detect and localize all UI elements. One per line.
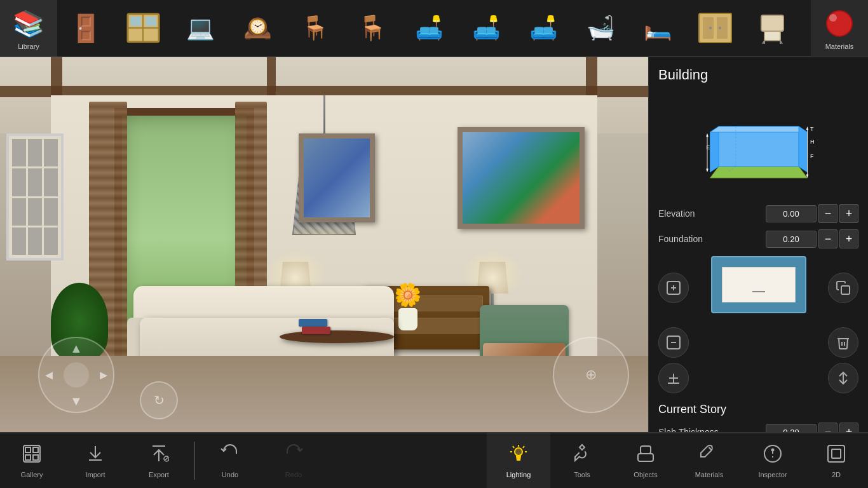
foundation-value[interactable]: 0.20 [766,231,817,248]
undo-button[interactable]: Undo [198,433,262,488]
copy-button[interactable] [828,273,858,303]
nav-left-arrow[interactable]: ◄ [43,368,55,383]
chair-white-icon [753,11,791,46]
elevation-value[interactable]: 0.00 [766,205,817,222]
inspector-button[interactable]: Inspector [741,433,804,488]
clock-icon: 🕰️ [238,11,276,46]
artwork-left [299,133,375,222]
redo-button[interactable]: Redo [262,433,325,488]
svg-rect-75 [641,446,651,454]
svg-rect-76 [638,454,653,461]
floor-plan-door [752,291,765,292]
elevation-minus-button[interactable]: − [818,204,837,223]
delete-button[interactable] [828,327,858,358]
objects-button[interactable]: Objects [614,433,677,488]
rotate-control[interactable]: ↻ [140,381,178,419]
book-red [302,327,330,334]
sofa-yellow-icon: 🛋️ [524,11,562,46]
separator-1 [194,442,195,480]
armchair-yellow-icon: 🪑 [353,11,391,46]
action-buttons-row2 [658,327,858,358]
2d-icon [826,444,846,468]
decor-cell [12,227,26,255]
decor-cell [12,198,26,226]
top-item-bed[interactable]: 🛏️ [629,0,686,57]
top-item-window[interactable] [114,0,172,57]
top-item-sofa-yellow[interactable]: 🛋️ [515,0,572,57]
foundation-label: Foundation [658,234,766,244]
action-buttons-row [658,256,858,320]
svg-rect-11 [764,31,780,41]
sofa-pink-icon: 🛋️ [410,11,448,46]
viewport[interactable]: 🌼 [0,57,648,432]
svg-line-71 [513,446,514,448]
floor-plan-preview[interactable] [711,256,806,313]
svg-rect-55 [841,286,850,294]
top-item-bathtub[interactable]: 🛁 [572,0,629,57]
2d-label: 2D [832,471,841,478]
svg-marker-50 [706,133,709,137]
computer-icon: 💻 [181,11,219,46]
floor-plan-container [702,256,816,320]
top-item-clock[interactable]: 🕰️ [229,0,286,57]
export-button[interactable]: Export [127,433,191,488]
objects-icon [635,444,656,468]
svg-rect-84 [832,449,841,458]
add-story-button[interactable] [658,273,689,303]
cabinet-icon [696,11,734,46]
lighting-label: Lighting [506,471,531,478]
zoom-control[interactable]: ⊕ [553,337,629,413]
svg-marker-37 [710,126,719,172]
top-item-armchair-yellow[interactable]: 🪑 [343,0,400,57]
nav-joystick[interactable]: ▲ ▼ ◄ ► [38,337,114,413]
nav-up-arrow[interactable]: ▲ [70,341,83,356]
svg-marker-47 [806,126,808,130]
top-item-computer[interactable]: 💻 [172,0,229,57]
svg-rect-3 [130,17,141,26]
svg-rect-62 [25,447,31,452]
vase [398,308,417,330]
mirror-button[interactable] [828,363,858,393]
top-item-chair-red[interactable]: 🪑 [286,0,343,57]
gallery-button[interactable]: Gallery [0,433,64,488]
tools-button[interactable]: Tools [550,433,614,488]
svg-point-17 [829,14,837,22]
tools-label: Tools [574,471,590,478]
top-item-sofa-beige[interactable]: 🛋️ [458,0,515,57]
elevation-plus-button[interactable]: + [839,204,858,223]
lighting-icon [508,444,529,468]
table-top [280,330,394,343]
top-item-cabinet[interactable] [686,0,743,57]
wall-decoration [6,133,64,261]
top-item-door[interactable]: 🚪 [57,0,114,57]
svg-rect-63 [33,447,38,452]
elevation-row: Elevation 0.00 − + [658,204,858,223]
decor-cell [44,139,58,166]
foundation-minus-button[interactable]: − [818,229,837,248]
decor-cell [44,198,58,226]
top-item-library[interactable]: 📚 Library [0,0,57,57]
materials-bottom-button[interactable]: Materials [677,433,741,488]
inspector-icon [763,444,783,468]
top-item-sofa-pink[interactable]: 🛋️ [400,0,458,57]
foundation-row: Foundation 0.20 − + [658,229,858,248]
top-item-chair-white[interactable] [743,0,801,57]
nav-center-button[interactable] [64,362,89,388]
decor-cell [28,168,42,196]
2d-button[interactable]: 2D [804,433,868,488]
decor-cell [28,139,42,166]
nav-right-arrow[interactable]: ► [97,368,110,383]
add-below-button[interactable] [658,327,689,358]
redo-label: Redo [285,471,302,478]
lighting-button[interactable]: Lighting [487,433,550,488]
undo-label: Undo [222,471,238,478]
svg-rect-83 [828,445,844,462]
nav-down-arrow[interactable]: ▼ [70,394,83,409]
foundation-plus-button[interactable]: + [839,229,858,248]
top-toolbar: 📚 Library 🚪 💻 🕰️ 🪑 🪑 🛋️ 🛋️ 🛋️ 🛁 🛏️ [0,0,868,57]
add-foundation-button[interactable] [658,363,689,393]
elevation-label: Elevation [658,208,766,219]
current-story-title: Current Story [658,403,858,416]
top-item-materials[interactable]: Materials [811,0,868,57]
import-button[interactable]: Import [64,433,127,488]
